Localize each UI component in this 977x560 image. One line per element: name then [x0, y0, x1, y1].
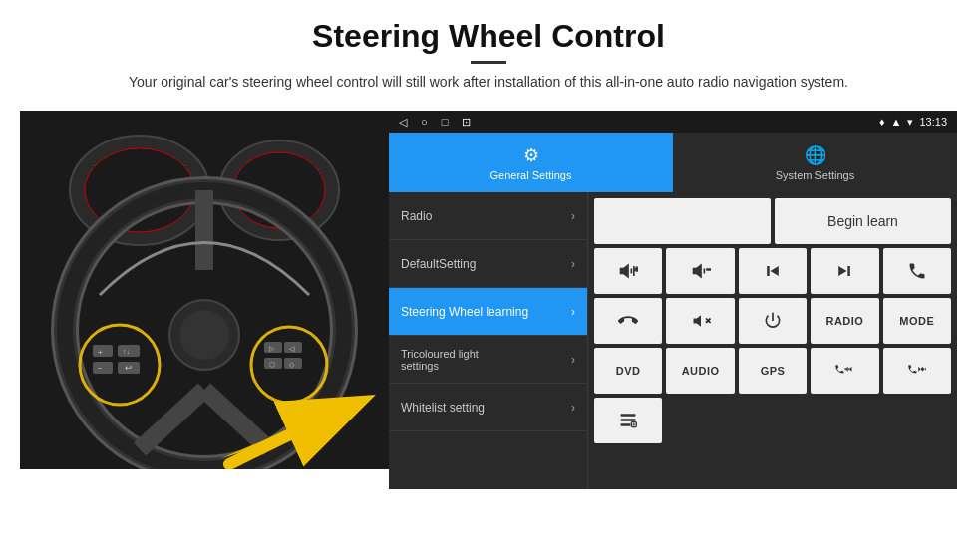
svg-marker-36 [693, 265, 701, 277]
svg-rect-48 [845, 368, 846, 371]
recents-icon[interactable]: □ [442, 116, 449, 129]
status-bar: ◁ ○ □ ⊡ ♦ ▲ ▾ 13:13 [389, 111, 957, 133]
svg-text:−: − [98, 364, 103, 373]
dvd-button[interactable]: DVD [594, 348, 662, 394]
menu-item-steering-label: Steering Wheel learning [401, 305, 528, 319]
chevron-right-icon: › [571, 209, 575, 223]
controls-row-2: ✕ RADIO MODE [594, 298, 951, 344]
page-title: Steering Wheel Control [0, 18, 977, 55]
svg-point-12 [179, 310, 229, 360]
svg-text:↩: ↩ [125, 363, 133, 373]
end-call-button[interactable] [594, 298, 662, 344]
begin-learn-row: Begin learn [594, 198, 951, 244]
content-area: Radio › DefaultSetting › Steering Wheel … [389, 192, 957, 489]
steering-image: + − ↑↓ ↩ ▷ ◁ ⬡ ◇ [20, 111, 389, 469]
clock: 13:13 [919, 116, 947, 128]
chevron-right-icon: › [571, 257, 575, 271]
svg-rect-56 [621, 419, 636, 421]
audio-button[interactable]: AUDIO [666, 348, 734, 394]
svg-rect-55 [621, 414, 636, 417]
home-icon[interactable]: ○ [421, 116, 428, 129]
empty-box [594, 198, 771, 244]
wifi-icon: ▾ [907, 116, 913, 129]
begin-learn-button[interactable]: Begin learn [775, 198, 951, 244]
page-subtitle: Your original car's steering wheel contr… [0, 72, 977, 93]
svg-rect-54 [925, 368, 926, 371]
phone-prev-button[interactable] [811, 348, 878, 394]
gps-button[interactable]: GPS [739, 348, 807, 394]
power-button[interactable] [739, 298, 807, 344]
svg-rect-15 [93, 345, 113, 357]
cast-icon[interactable]: ⊡ [462, 116, 471, 129]
svg-rect-52 [921, 368, 922, 371]
controls-row-3: DVD AUDIO GPS [594, 348, 951, 394]
svg-text:↑↓: ↑↓ [123, 348, 130, 355]
page-header: Steering Wheel Control Your original car… [0, 0, 977, 101]
prev-track-button[interactable] [739, 248, 807, 294]
menu-item-whitelist-label: Whitelist setting [401, 401, 485, 415]
svg-text:+: + [98, 348, 103, 357]
menu-item-tricoloured[interactable]: Tricoloured lightsettings › [389, 336, 587, 384]
svg-rect-57 [621, 423, 631, 426]
mute-button[interactable]: ✕ [666, 298, 734, 344]
signal-icon: ▲ [891, 116, 902, 128]
chevron-right-icon: › [571, 305, 575, 319]
svg-text:+: + [635, 266, 638, 273]
svg-marker-41 [839, 266, 847, 276]
phone-button[interactable] [883, 248, 951, 294]
back-icon[interactable]: ◁ [399, 116, 407, 129]
menu-item-steering[interactable]: Steering Wheel learning › [389, 288, 587, 336]
next-track-button[interactable] [811, 248, 878, 294]
controls-area: Begin learn + [588, 192, 957, 489]
menu-item-tricoloured-label: Tricoloured lightsettings [401, 348, 479, 372]
menu-item-default[interactable]: DefaultSetting › [389, 240, 587, 288]
svg-rect-42 [848, 266, 851, 276]
nav-icons: ◁ ○ □ ⊡ [399, 116, 471, 129]
main-content: + − ↑↓ ↩ ▷ ◁ ⬡ ◇ [20, 111, 957, 489]
tab-system-label: System Settings [776, 169, 854, 181]
tab-system[interactable]: 🌐 System Settings [673, 133, 957, 192]
gear-icon: ⚙ [523, 144, 539, 166]
svg-text:−: − [706, 265, 710, 274]
volume-up-button[interactable]: + [594, 248, 662, 294]
menu-item-radio[interactable]: Radio › [389, 192, 587, 240]
system-icon: 🌐 [805, 144, 826, 166]
controls-row-1: + − [594, 248, 951, 294]
radio-button[interactable]: RADIO [811, 298, 878, 344]
chevron-right-icon: › [571, 401, 575, 415]
svg-text:✕: ✕ [705, 317, 711, 326]
android-panel: ◁ ○ □ ⊡ ♦ ▲ ▾ 13:13 ⚙ General Settings 🌐… [389, 111, 957, 489]
tab-general-label: General Settings [490, 169, 572, 181]
mode-button[interactable]: MODE [883, 298, 951, 344]
menu-list: Radio › DefaultSetting › Steering Wheel … [389, 192, 588, 489]
location-icon: ♦ [879, 116, 885, 128]
svg-text:⬡: ⬡ [269, 361, 275, 368]
svg-marker-53 [922, 367, 925, 372]
chevron-right-icon: › [571, 353, 575, 367]
svg-rect-16 [93, 362, 113, 374]
svg-marker-32 [621, 265, 629, 277]
svg-marker-49 [849, 367, 852, 372]
menu-item-default-label: DefaultSetting [401, 257, 476, 271]
svg-marker-39 [771, 266, 779, 276]
list-button[interactable] [594, 398, 662, 443]
svg-rect-40 [767, 266, 770, 276]
title-divider [471, 61, 506, 64]
controls-row-4 [594, 398, 951, 443]
svg-rect-50 [849, 368, 850, 371]
phone-next-button[interactable] [883, 348, 951, 394]
settings-tabs: ⚙ General Settings 🌐 System Settings [389, 133, 957, 192]
svg-marker-43 [693, 315, 701, 327]
menu-item-radio-label: Radio [401, 209, 432, 223]
menu-item-whitelist[interactable]: Whitelist setting › [389, 384, 587, 431]
volume-down-button[interactable]: − [666, 248, 734, 294]
svg-marker-51 [918, 367, 921, 372]
tab-general[interactable]: ⚙ General Settings [389, 133, 673, 192]
svg-marker-47 [846, 367, 849, 372]
